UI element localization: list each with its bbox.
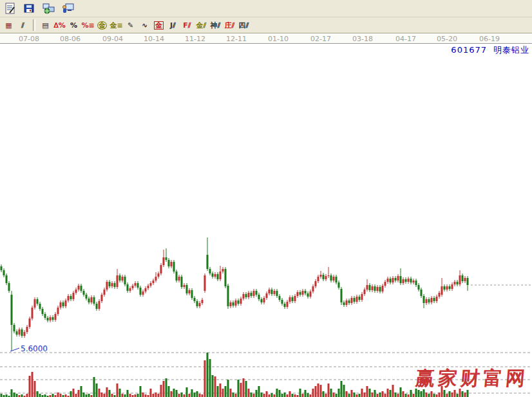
date-axis-label: 02-17 (307, 35, 335, 43)
parallel-trendlines-icon[interactable]: ⫽ (16, 19, 30, 32)
j-diagonal-icon[interactable]: J⫽ (166, 19, 180, 32)
axis-divider-line (0, 43, 532, 44)
stock-name: 明泰铝业 (493, 45, 529, 55)
main-toolbar (0, 0, 532, 17)
shen-diagonal-icon[interactable]: 神⫽ (209, 19, 222, 32)
low-price-marker-label: 5.6000 (21, 344, 48, 353)
stock-code: 601677 (451, 45, 487, 55)
date-axis-label: 05-20 (433, 35, 461, 43)
date-axis-label: 12-11 (222, 35, 251, 43)
gold-box-icon[interactable]: 金 (152, 19, 166, 32)
kline-chart-canvas[interactable] (0, 0, 532, 397)
date-axis-label: 09-04 (99, 35, 127, 43)
si-diagonal-icon[interactable]: 四⫽ (237, 19, 251, 32)
zhuang-diagonal-icon[interactable]: 庄⫽ (223, 19, 236, 32)
date-axis-label: 03-18 (348, 35, 377, 43)
date-axis-label: 07-08 (15, 35, 43, 43)
watermark-text: 赢家财富网 (414, 365, 529, 392)
percent-lines-icon[interactable]: %≡ (81, 19, 95, 32)
date-axis-label: 06-19 (475, 35, 504, 43)
f-diagonal-icon[interactable]: F⫽ (180, 19, 194, 32)
save-icon[interactable] (22, 1, 37, 15)
date-axis-label: 08-06 (56, 35, 84, 43)
remote-computer-icon[interactable] (61, 1, 76, 15)
date-axis-label: 04-17 (392, 35, 420, 43)
grid-chart-icon[interactable]: ▦ (2, 19, 15, 32)
wave-indicator-icon[interactable]: ∿ (138, 19, 151, 32)
trading-app-window: ▦ ⫽ ▤ ∆% % %≡ 金 金≡ ✎ ∿ 金 J⫽ F⫽ 金⫽ 神⫽ 庄⫽ … (0, 0, 532, 397)
gold-diagonal-icon[interactable]: 金⫽ (195, 19, 208, 32)
gold-circle-icon[interactable]: 金 (95, 19, 109, 32)
date-axis: 07-0808-0609-0410-1411-1212-1101-1002-17… (0, 34, 532, 43)
date-axis-label: 11-12 (181, 35, 209, 43)
stock-title: 601677明泰铝业 (451, 44, 529, 56)
gold-lines-icon[interactable]: 金≡ (109, 19, 123, 32)
notepad-edit-icon[interactable] (3, 1, 18, 15)
toolbar-separator (33, 19, 35, 31)
percent-icon[interactable]: % (67, 19, 81, 32)
brush-tool-icon[interactable]: ✎ (124, 19, 137, 32)
scale-ruler-icon[interactable]: ▤ (39, 19, 52, 32)
percent-triangle-icon[interactable]: ∆% (53, 19, 66, 32)
indicator-toolbar: ▦ ⫽ ▤ ∆% % %≡ 金 金≡ ✎ ∿ 金 J⫽ F⫽ 金⫽ 神⫽ 庄⫽ … (0, 17, 532, 33)
date-axis-label: 10-14 (140, 35, 168, 43)
date-axis-label: 01-10 (264, 35, 292, 43)
network-transfer-icon[interactable] (41, 1, 57, 15)
